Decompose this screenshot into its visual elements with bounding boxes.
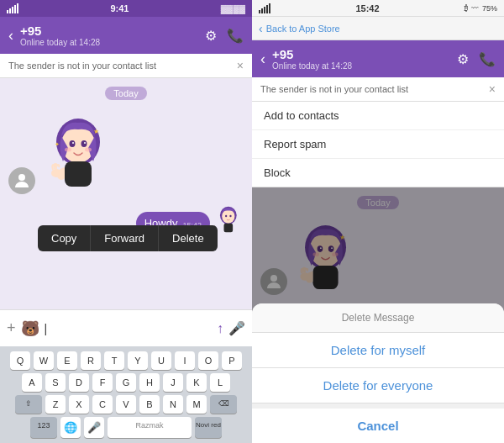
r-back-button[interactable]: ‹: [260, 50, 265, 68]
key-m[interactable]: M: [186, 395, 207, 414]
svg-point-6: [84, 142, 86, 144]
date-label: Today: [105, 87, 146, 100]
key-c[interactable]: C: [92, 395, 113, 414]
notice-close-button[interactable]: ×: [237, 59, 244, 72]
dropdown-menu: Add to contacts Report spam Block: [252, 102, 504, 187]
key-g[interactable]: G: [116, 373, 136, 392]
call-icon[interactable]: 📞: [227, 28, 244, 44]
battery-icon: ▓▓▓▓: [221, 4, 245, 13]
left-status-bar: 9:41 ▓▓▓▓: [0, 0, 252, 17]
key-n[interactable]: N: [163, 395, 183, 414]
add-contacts-item[interactable]: Add to contacts: [252, 102, 504, 130]
settings-icon[interactable]: ⚙: [205, 28, 217, 44]
r-status-icons: ₿ 〰 75%: [465, 4, 497, 13]
return-key[interactable]: Novi red: [195, 417, 222, 438]
appstore-back-label[interactable]: Back to App Store: [266, 24, 340, 34]
shift-key[interactable]: ⇧: [15, 395, 42, 414]
forward-button[interactable]: Forward: [91, 225, 159, 251]
keyboard-mic-key[interactable]: 🎤: [84, 417, 104, 438]
emoji-icon[interactable]: 🐻: [21, 319, 39, 338]
context-menu: Copy Forward Delete: [38, 225, 218, 251]
space-key[interactable]: Razmak: [108, 417, 192, 438]
key-h[interactable]: H: [139, 373, 160, 392]
r-signal-icon: [259, 3, 270, 13]
key-e[interactable]: E: [57, 351, 77, 370]
delete-modal: Delete Message Delete for myself Delete …: [252, 303, 504, 443]
key-i[interactable]: I: [175, 351, 195, 370]
inline-sticker: [213, 204, 244, 235]
delete-button[interactable]: Delete: [159, 225, 218, 251]
key-b[interactable]: B: [139, 395, 160, 414]
key-x[interactable]: X: [69, 395, 89, 414]
keyboard-row-2: A S D F G H J K L: [3, 373, 249, 392]
keyboard-row-3: ⇧ Z X C V B N M ⌫: [3, 395, 249, 414]
right-panel: 15:42 ₿ 〰 75% ‹ Back to App Store ‹ +95 …: [252, 0, 504, 443]
key-z[interactable]: Z: [45, 395, 66, 414]
notice-text: The sender is not in your contact list: [8, 61, 156, 71]
r-settings-icon[interactable]: ⚙: [457, 51, 469, 67]
svg-rect-17: [224, 224, 234, 233]
right-header: ‹ +95 Online today at 14:28 ⚙ 📞: [252, 40, 504, 77]
svg-point-0: [18, 174, 25, 181]
keyboard-row-1: Q W E R T Y U I O P: [3, 351, 249, 370]
message-row-sticker: ★ ✦: [0, 107, 252, 198]
send-button[interactable]: ↑: [217, 321, 223, 336]
left-panel: 9:41 ▓▓▓▓ ‹ +95 Online today at 14:28 ⚙ …: [0, 0, 252, 443]
delete-everyone-button[interactable]: Delete for everyone: [252, 368, 504, 403]
key-y[interactable]: Y: [128, 351, 148, 370]
input-area: + 🐻 ↑ 🎤: [0, 309, 252, 346]
key-o[interactable]: O: [198, 351, 218, 370]
key-v[interactable]: V: [116, 395, 136, 414]
key-l[interactable]: L: [210, 373, 230, 392]
key-f[interactable]: F: [92, 373, 113, 392]
key-w[interactable]: W: [34, 351, 54, 370]
report-spam-item[interactable]: Report spam: [252, 130, 504, 159]
key-q[interactable]: Q: [10, 351, 30, 370]
bluetooth-icon: ₿: [465, 4, 468, 13]
r-notice-bar: The sender is not in your contact list ×: [252, 77, 504, 102]
copy-button[interactable]: Copy: [38, 225, 91, 251]
sticker-svg: ★ ✦: [43, 113, 114, 192]
r-header-actions: ⚙ 📞: [457, 51, 496, 67]
contact-info: +95 Online today at 14:28: [20, 24, 198, 47]
cancel-button[interactable]: Cancel: [252, 409, 504, 443]
svg-point-10: [51, 169, 61, 177]
key-d[interactable]: D: [69, 373, 89, 392]
notice-bar: The sender is not in your contact list ×: [0, 54, 252, 78]
delete-myself-button[interactable]: Delete for myself: [252, 333, 504, 368]
key-j[interactable]: J: [163, 373, 183, 392]
avatar: [8, 167, 35, 194]
back-button[interactable]: ‹: [8, 27, 13, 45]
key-s[interactable]: S: [45, 373, 66, 392]
key-r[interactable]: R: [81, 351, 101, 370]
key-a[interactable]: A: [22, 373, 42, 392]
appstore-back-icon[interactable]: ‹: [259, 22, 263, 35]
plus-icon[interactable]: +: [7, 319, 16, 337]
r-contact-status: Online today at 14:28: [272, 61, 450, 71]
svg-text:✦: ✦: [55, 141, 60, 147]
chat-area: Today: [0, 78, 252, 309]
key-t[interactable]: T: [104, 351, 124, 370]
key-u[interactable]: U: [151, 351, 171, 370]
block-item[interactable]: Block: [252, 159, 504, 187]
backspace-key[interactable]: ⌫: [210, 395, 237, 414]
key-k[interactable]: K: [186, 373, 207, 392]
svg-point-7: [65, 147, 71, 151]
modal-title: Delete Message: [252, 303, 504, 333]
r-call-icon[interactable]: 📞: [479, 51, 496, 67]
message-input[interactable]: [45, 322, 212, 335]
wifi-icon: 〰: [471, 4, 479, 13]
r-notice-close-button[interactable]: ×: [489, 82, 496, 96]
numbers-key[interactable]: 123: [30, 417, 57, 438]
contact-name: +95: [20, 24, 198, 38]
mic-icon[interactable]: 🎤: [228, 320, 245, 336]
sticker-image: ★ ✦: [40, 110, 116, 194]
r-contact-name: +95: [272, 47, 450, 61]
right-time: 15:42: [355, 3, 379, 13]
svg-point-16: [229, 215, 231, 218]
globe-key[interactable]: 🌐: [60, 417, 81, 438]
header-actions: ⚙ 📞: [205, 28, 244, 44]
r-contact-info: +95 Online today at 14:28: [272, 47, 450, 71]
battery-pct: 75%: [482, 4, 497, 13]
key-p[interactable]: P: [222, 351, 242, 370]
